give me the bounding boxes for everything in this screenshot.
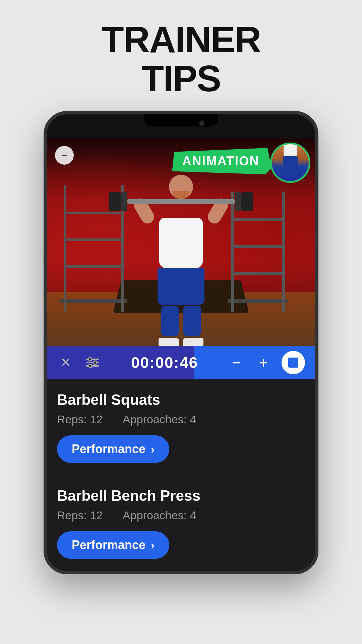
svg-rect-8 <box>231 218 285 221</box>
timer: 00:00:46 <box>111 354 219 372</box>
animation-brush-bg: ANIMATION <box>170 148 272 174</box>
svg-rect-11 <box>228 299 288 303</box>
performance-button-1[interactable]: Performance › <box>57 435 169 463</box>
video-container: ← ANIMATION <box>47 138 315 346</box>
plus-button[interactable]: + <box>255 354 272 371</box>
svg-rect-2 <box>64 212 124 214</box>
svg-rect-9 <box>231 245 285 248</box>
exercise-name-2: Barbell Bench Press <box>57 487 305 504</box>
phone-mockup: ← ANIMATION <box>44 111 318 574</box>
control-inner: ✕ 00:00:46 − + <box>47 351 315 374</box>
page-header: TRAINER TIPS <box>0 0 362 111</box>
thumbnail-preview[interactable] <box>270 143 310 183</box>
svg-rect-3 <box>64 238 124 241</box>
phone-notch <box>144 114 218 126</box>
thumbnail-image <box>272 144 309 181</box>
minus-button[interactable]: − <box>228 354 245 371</box>
animation-badge: ANIMATION <box>170 148 272 174</box>
animation-label: ANIMATION <box>182 154 260 168</box>
reps-2: Reps: 12 <box>57 509 103 522</box>
stop-icon <box>288 358 298 368</box>
svg-rect-5 <box>60 299 127 303</box>
athlete-figure <box>134 175 228 316</box>
phone-camera <box>199 120 204 126</box>
exercise-meta-2: Reps: 12 Approaches: 4 <box>57 509 305 522</box>
reps-1: Reps: 12 <box>57 413 103 426</box>
approaches-1: Approaches: 4 <box>123 413 196 426</box>
settings-button[interactable] <box>84 354 101 371</box>
close-icon: ✕ <box>60 356 71 369</box>
page-title: TRAINER TIPS <box>13 20 349 98</box>
approaches-2: Approaches: 4 <box>123 509 196 522</box>
svg-point-15 <box>88 358 92 361</box>
phone-notch-area <box>47 114 315 138</box>
settings-icon <box>85 355 100 370</box>
performance-label-1: Performance <box>72 442 145 456</box>
close-button[interactable]: ✕ <box>57 354 74 371</box>
performance-label-2: Performance <box>72 538 145 552</box>
svg-rect-6 <box>231 192 234 312</box>
exercise-meta-1: Reps: 12 Approaches: 4 <box>57 413 305 426</box>
performance-button-2[interactable]: Performance › <box>57 531 169 559</box>
minus-icon: − <box>232 355 241 370</box>
svg-point-16 <box>94 361 97 364</box>
stop-button[interactable] <box>282 351 305 374</box>
svg-point-17 <box>88 364 92 368</box>
back-button[interactable]: ← <box>55 146 74 165</box>
plus-icon: + <box>259 355 268 370</box>
svg-rect-7 <box>282 192 285 312</box>
svg-rect-0 <box>64 185 66 312</box>
control-bar: ✕ 00:00:46 − + <box>47 346 315 379</box>
chevron-right-icon-2: › <box>151 539 155 552</box>
chevron-right-icon-1: › <box>151 443 155 456</box>
workout-list: Barbell Squats Reps: 12 Approaches: 4 Pe… <box>47 379 315 571</box>
back-arrow-icon: ← <box>60 151 69 160</box>
exercise-item-1: Barbell Squats Reps: 12 Approaches: 4 Pe… <box>57 379 305 475</box>
svg-rect-10 <box>231 272 285 275</box>
exercise-name-1: Barbell Squats <box>57 391 305 408</box>
exercise-item-2: Barbell Bench Press Reps: 12 Approaches:… <box>57 475 305 571</box>
svg-rect-4 <box>64 265 124 268</box>
